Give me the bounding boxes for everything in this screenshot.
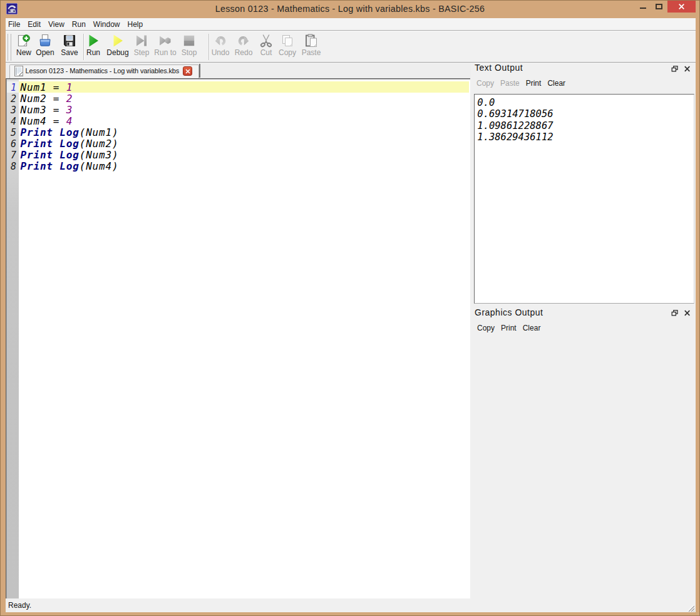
graphics-output-buttons: CopyPrintClear xyxy=(477,322,547,331)
maximize-button[interactable] xyxy=(651,1,667,13)
menu-view[interactable]: View xyxy=(44,19,68,31)
code-line: Print Log(Num4) xyxy=(19,160,470,172)
text-output-panel: Text Output CopyPastePrintClear 0.00.693… xyxy=(471,63,696,305)
code-token-def: (Num2) xyxy=(80,138,119,150)
output-line: 0.0 xyxy=(477,97,694,109)
code-line: Print Log(Num2) xyxy=(19,138,470,149)
code-token-kw: Log xyxy=(59,138,79,150)
code-token-def xyxy=(53,160,59,172)
document-icon xyxy=(14,66,23,76)
text-output-print-button[interactable]: Print xyxy=(526,79,542,88)
undo-button: Undo xyxy=(207,33,234,61)
line-number: 2 xyxy=(7,93,19,104)
menu-help[interactable]: Help xyxy=(124,19,147,31)
menu-window[interactable]: Window xyxy=(90,19,124,31)
tab-close-button[interactable] xyxy=(183,66,192,76)
graphics-output-dock-icons xyxy=(671,310,692,316)
code-line: Print Log(Num1) xyxy=(19,126,470,138)
toolbar-group-separator xyxy=(83,34,85,60)
text-output-area[interactable]: 0.00.693147180561.098612288671.386294361… xyxy=(474,94,694,304)
code-token-num: 3 xyxy=(66,104,73,116)
toolbar-group-separator xyxy=(208,34,210,60)
graphics-output-clear-button[interactable]: Clear xyxy=(523,324,541,332)
code-area[interactable]: Num1 = 1Num2 = 2Num3 = 3Num4 = 4Print Lo… xyxy=(19,80,470,598)
menu-bar: FileEditViewRunWindowHelp xyxy=(6,18,696,30)
maximize-icon xyxy=(656,4,662,9)
step-icon xyxy=(135,34,148,48)
toolbar-button-label: New xyxy=(13,49,34,57)
text-output-paste-button: Paste xyxy=(500,79,520,88)
code-editor[interactable]: 12345678 Num1 = 1Num2 = 2Num3 = 3Num4 = … xyxy=(6,78,470,598)
run-button[interactable]: Run xyxy=(83,33,104,61)
tab-close-icon xyxy=(185,69,190,74)
new-button[interactable]: New xyxy=(13,33,34,61)
line-number: 1 xyxy=(7,81,19,93)
toolbar: New Open Save Run Debug Step Run to Stop xyxy=(6,31,696,62)
text-output-dock-icons xyxy=(671,66,692,72)
line-number: 7 xyxy=(7,149,19,160)
line-number: 8 xyxy=(7,160,19,172)
open-folder-icon xyxy=(38,34,52,48)
cut-button: Cut xyxy=(255,33,277,61)
graphics-output-area[interactable] xyxy=(471,334,696,598)
code-token-def xyxy=(53,126,59,138)
graphics-output-copy-button[interactable]: Copy xyxy=(477,324,495,332)
code-token-kw: Print xyxy=(21,138,53,150)
paste-button: Paste xyxy=(296,33,327,61)
tab-label: Lesson 0123 - Mathematics - Log with var… xyxy=(26,65,180,79)
code-token-def xyxy=(53,138,59,150)
toolbar-button-label: Run xyxy=(83,49,104,57)
line-number: 6 xyxy=(7,138,19,149)
line-number: 3 xyxy=(7,104,19,115)
code-line: Num2 = 2 xyxy=(19,93,470,104)
text-output-clear-button[interactable]: Clear xyxy=(547,79,565,88)
code-token-def: (Num4) xyxy=(80,160,119,172)
text-output-copy-button: Copy xyxy=(476,79,494,88)
dock-area: Text Output CopyPastePrintClear 0.00.693… xyxy=(471,63,696,598)
open-button[interactable]: Open xyxy=(32,33,58,61)
code-token-def: Num3 = xyxy=(21,104,66,116)
save-button[interactable]: Save xyxy=(56,33,83,61)
toolbar-button-label: Stop xyxy=(176,49,202,57)
graphics-output-print-button[interactable]: Print xyxy=(501,324,517,332)
menu-run[interactable]: Run xyxy=(68,19,90,31)
title-bar[interactable]: Lesson 0123 - Mathematics - Log with var… xyxy=(1,1,699,18)
save-floppy-icon xyxy=(63,34,76,48)
close-button[interactable] xyxy=(667,1,696,13)
minimize-icon xyxy=(640,8,646,9)
output-line: 0.69314718056 xyxy=(477,108,694,120)
tab-bar: Lesson 0123 - Mathematics - Log with var… xyxy=(6,63,471,78)
toolbar-button-label: Paste xyxy=(296,49,327,57)
close-panel-icon xyxy=(685,66,690,71)
menu-file[interactable]: File xyxy=(4,19,24,31)
line-number: 5 xyxy=(7,126,19,138)
float-icon xyxy=(672,66,677,71)
line-number-gutter: 12345678 xyxy=(7,80,19,598)
code-line: Num3 = 3 xyxy=(19,104,470,115)
output-line: 1.09861228867 xyxy=(477,120,694,132)
code-token-def: Num1 = xyxy=(21,81,66,93)
code-line: Num4 = 4 xyxy=(19,115,470,126)
code-token-kw: Log xyxy=(59,149,79,161)
tab-current-file[interactable]: Lesson 0123 - Mathematics - Log with var… xyxy=(9,64,199,78)
code-token-def: (Num1) xyxy=(80,126,119,138)
minimize-button[interactable] xyxy=(632,1,651,13)
paste-icon xyxy=(304,34,318,48)
close-panel-icon xyxy=(685,311,690,316)
code-token-kw: Print xyxy=(21,126,53,138)
cut-icon xyxy=(259,34,273,48)
toolbar-button-label: Save xyxy=(56,49,83,57)
close-icon xyxy=(679,4,684,9)
app-window: Lesson 0123 - Mathematics - Log with var… xyxy=(0,0,700,616)
menu-edit[interactable]: Edit xyxy=(24,19,44,31)
code-token-kw: Log xyxy=(59,126,79,138)
code-token-def: (Num3) xyxy=(80,149,119,161)
code-line: Num1 = 1 xyxy=(19,81,469,93)
size-grip[interactable] xyxy=(686,603,694,612)
code-token-kw: Print xyxy=(21,160,53,172)
status-text: Ready. xyxy=(8,601,31,610)
new-document-icon xyxy=(17,34,31,48)
run-icon xyxy=(86,34,100,48)
toolbar-handle[interactable] xyxy=(8,34,11,61)
code-token-num: 4 xyxy=(66,115,73,127)
